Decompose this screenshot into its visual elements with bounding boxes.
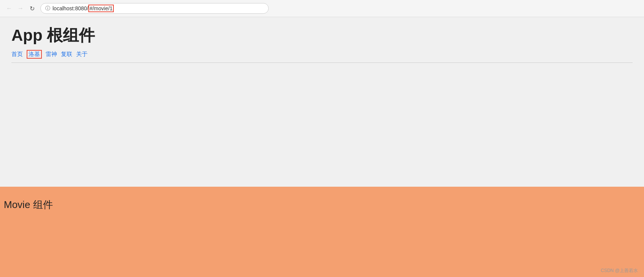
nav-link-fulian[interactable]: 复联 [61, 51, 72, 58]
page-content: App 根组件 首页 洛基 雷神 复联 关于 [0, 17, 644, 187]
movie-component-title: Movie 组件 [4, 198, 53, 211]
route-highlight: #/movie/1 [88, 5, 114, 12]
address-url: localhost:8080/#/movie/1 [53, 5, 114, 11]
movie-component-area: Movie 组件 [0, 187, 644, 277]
info-icon: ⓘ [45, 5, 50, 12]
reload-button[interactable]: ↻ [27, 4, 37, 13]
browser-toolbar: ← → ↻ ⓘ localhost:8080/#/movie/1 [0, 0, 644, 17]
address-bar[interactable]: ⓘ localhost:8080/#/movie/1 [40, 3, 269, 14]
app-title: App 根组件 [11, 25, 633, 46]
nav-link-luoji[interactable]: 洛基 [27, 50, 42, 59]
nav-buttons: ← → ↻ [5, 4, 37, 13]
watermark: CSDN @上善若水 [601, 267, 638, 274]
nav-link-leishen[interactable]: 雷神 [46, 51, 57, 58]
divider [11, 62, 633, 63]
forward-button[interactable]: → [16, 4, 25, 13]
back-button[interactable]: ← [5, 4, 14, 13]
nav-link-guanyu[interactable]: 关于 [76, 51, 88, 58]
nav-link-home[interactable]: 首页 [11, 51, 23, 58]
nav-links: 首页 洛基 雷神 复联 关于 [11, 50, 633, 59]
